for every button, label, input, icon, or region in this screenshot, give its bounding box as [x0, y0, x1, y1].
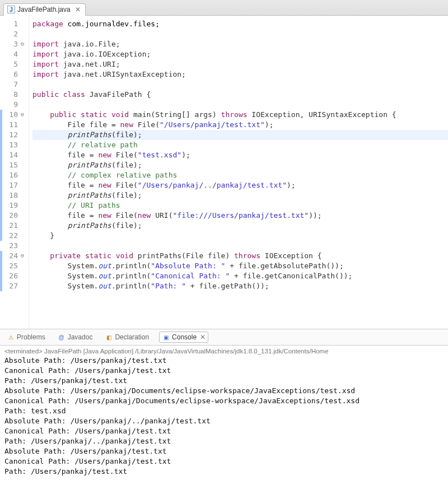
line-number: 3	[13, 39, 18, 49]
close-icon[interactable]: ✕	[75, 6, 81, 13]
line-number: 6	[13, 69, 18, 80]
code-line[interactable]: public static void main(String[] args) t…	[32, 110, 448, 120]
console-terminated-line: <terminated> JavaFilePath [Java Applicat…	[0, 346, 448, 356]
view-problems[interactable]: ⚠ Problems	[4, 332, 48, 342]
code-line[interactable]: System.out.println("Absolute Path: " + f…	[32, 261, 448, 271]
code-line[interactable]: import java.net.URISyntaxException;	[32, 69, 448, 80]
console-line: Canonical Path: /Users/pankaj/test.txt	[4, 426, 444, 436]
code-line[interactable]: System.out.println("Canonical Path: " + …	[32, 271, 448, 281]
code-line[interactable]: import java.net.URI;	[32, 59, 448, 69]
code-line[interactable]	[32, 80, 448, 90]
gutter-line: 3⊖	[0, 39, 29, 49]
code-line[interactable]: package com.journaldev.files;	[32, 19, 448, 29]
code-line[interactable]: file = new File("/Users/pankaj/../pankaj…	[32, 180, 448, 190]
gutter-line: 15	[0, 160, 29, 170]
editor-tab-label: JavaFilePath.java	[17, 6, 71, 13]
gutter-line: 14	[0, 150, 29, 160]
code-line[interactable]	[32, 241, 448, 251]
gutter-line: 10⊖	[0, 110, 29, 120]
line-number: 19	[9, 200, 18, 211]
code-line[interactable]: printPaths(file);	[32, 130, 448, 140]
declaration-icon: ◧	[105, 333, 113, 341]
gutter-line: 23	[0, 241, 29, 251]
problems-icon: ⚠	[7, 333, 15, 341]
line-number: 21	[9, 221, 18, 231]
code-line[interactable]	[32, 29, 448, 39]
gutter-line: 2	[0, 29, 29, 39]
line-number: 24	[9, 251, 18, 261]
console-line: Path: /Users/pankaj/test.txt	[4, 376, 444, 386]
code-line[interactable]: file = new File(new URI("file:///Users/p…	[32, 211, 448, 221]
console-line: Absolute Path: /Users/pankaj/test.txt	[4, 356, 444, 366]
console-line: Canonical Path: /Users/pankaj/Documents/…	[4, 396, 444, 406]
console-icon: ▣	[162, 333, 170, 341]
close-icon[interactable]: ✕	[200, 333, 206, 341]
console-line: Absolute Path: /Users/pankaj/../pankaj/t…	[4, 416, 444, 426]
gutter-line: 22	[0, 231, 29, 241]
fold-toggle-icon[interactable]: ⊖	[20, 110, 25, 120]
code-line[interactable]: printPaths(file);	[32, 190, 448, 200]
line-number: 14	[9, 150, 18, 160]
view-console[interactable]: ▣ Console ✕	[159, 332, 208, 343]
code-editor[interactable]: 123⊖45678910⊖111213141516171819202122232…	[0, 16, 448, 329]
code-line[interactable]: printPaths(file);	[32, 160, 448, 170]
console-output[interactable]: Absolute Path: /Users/pankaj/test.txtCan…	[0, 356, 448, 482]
gutter-line: 21	[0, 221, 29, 231]
view-javadoc[interactable]: @ Javadoc	[55, 332, 95, 342]
line-number: 2	[13, 29, 18, 39]
line-number: 15	[9, 160, 18, 170]
console-line: Canonical Path: /Users/pankaj/test.txt	[4, 366, 444, 376]
code-line[interactable]: printPaths(file);	[32, 221, 448, 231]
line-number: 23	[9, 241, 18, 251]
editor-tab[interactable]: J JavaFilePath.java ✕	[3, 3, 86, 16]
code-line[interactable]: File file = new File("/Users/pankaj/test…	[32, 120, 448, 130]
gutter-line: 13	[0, 140, 29, 150]
java-file-icon: J	[7, 6, 15, 13]
code-line[interactable]: private static void printPaths(File file…	[32, 251, 448, 261]
code-line[interactable]: file = new File("test.xsd");	[32, 150, 448, 160]
view-label: Declaration	[115, 333, 149, 341]
line-number: 12	[9, 130, 18, 140]
fold-toggle-icon[interactable]: ⊖	[20, 251, 25, 261]
line-number: 18	[9, 190, 18, 200]
view-label: Javadoc	[68, 333, 93, 341]
gutter-line: 19	[0, 200, 29, 211]
line-number: 27	[9, 281, 18, 291]
gutter-line: 8	[0, 90, 29, 100]
console-line: Path: /Users/pankaj/../pankaj/test.txt	[4, 436, 444, 446]
code-line[interactable]: // relative path	[32, 140, 448, 150]
gutter-line: 7	[0, 80, 29, 90]
views-tab-bar: ⚠ Problems @ Javadoc ◧ Declaration ▣ Con…	[0, 329, 448, 346]
code-line[interactable]: System.out.println("Path: " + file.getPa…	[32, 281, 448, 291]
console-line: Canonical Path: /Users/pankaj/test.txt	[4, 456, 444, 467]
code-line[interactable]	[32, 100, 448, 110]
gutter-line: 16	[0, 170, 29, 180]
gutter-line: 25	[0, 261, 29, 271]
gutter: 123⊖45678910⊖111213141516171819202122232…	[0, 16, 29, 329]
editor-tab-bar: J JavaFilePath.java ✕	[0, 0, 448, 16]
code-line[interactable]: public class JavaFilePath {	[32, 90, 448, 100]
line-number: 26	[9, 271, 18, 281]
line-number: 1	[13, 19, 18, 29]
line-number: 13	[9, 140, 18, 150]
line-number: 17	[9, 180, 18, 190]
line-number: 11	[9, 120, 18, 130]
view-declaration[interactable]: ◧ Declaration	[102, 332, 151, 342]
line-number: 25	[9, 261, 18, 271]
gutter-line: 18	[0, 190, 29, 200]
code-line[interactable]: // complex relative paths	[32, 170, 448, 180]
fold-toggle-icon[interactable]: ⊖	[20, 39, 25, 49]
code-line[interactable]: import java.io.File;	[32, 39, 448, 49]
gutter-line: 20	[0, 211, 29, 221]
console-line: Path: /Users/pankaj/test.txt	[4, 467, 444, 477]
code-line[interactable]: }	[32, 231, 448, 241]
code-line[interactable]: import java.io.IOException;	[32, 49, 448, 59]
gutter-line: 12	[0, 130, 29, 140]
code-area[interactable]: package com.journaldev.files;import java…	[29, 16, 448, 329]
line-number: 8	[13, 90, 18, 100]
line-number: 10	[9, 110, 18, 120]
line-number: 16	[9, 170, 18, 180]
line-number: 4	[13, 49, 18, 59]
gutter-line: 27	[0, 281, 29, 291]
code-line[interactable]: // URI paths	[32, 200, 448, 211]
